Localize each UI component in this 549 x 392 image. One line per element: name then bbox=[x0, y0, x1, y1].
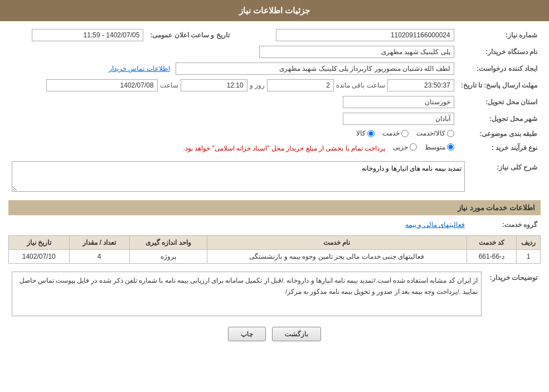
page-wrapper: جزئیات اطلاعات نیاز شماره نیاز: 11020911… bbox=[0, 0, 549, 392]
page-title: جزئیات اطلاعات نیاز bbox=[239, 6, 310, 15]
needNumber-field: 1102091166000024 bbox=[276, 29, 454, 41]
needNumber-value: 1102091166000024 bbox=[241, 27, 458, 43]
responseDeadline-label: مهلت ارسال پاسخ: تا تاریخ: bbox=[458, 77, 541, 94]
responseDeadline-value: 23:50:37 ساعت باقی مانده 2 روز و 12:10 س… bbox=[8, 77, 458, 94]
category-label: طبقه بندی موضوعی: bbox=[458, 127, 541, 141]
print-button[interactable]: چاپ bbox=[228, 327, 266, 341]
main-content: شماره نیاز: 1102091166000024 تاریخ و ساع… bbox=[0, 21, 549, 352]
buyerDesc-text: از ایران کد مشابه استفاده شده است./تمدید… bbox=[12, 272, 482, 316]
needDesc-textarea bbox=[12, 161, 465, 192]
cell-date: 1402/07/10 bbox=[9, 250, 70, 264]
deliveryCity-field: آبادان bbox=[343, 113, 454, 125]
procType-option-2[interactable]: متوسط bbox=[425, 143, 454, 151]
dateAnnounce-field: 1402/07/05 - 11:59 bbox=[32, 29, 143, 41]
buttons-row: بازگشت چاپ bbox=[8, 327, 541, 341]
col-rownum: ردیف bbox=[517, 236, 541, 250]
services-section-header: اطلاعات خدمات مورد نیاز bbox=[8, 200, 541, 215]
days-label: روز و bbox=[250, 81, 265, 89]
cell-quantity: 4 bbox=[69, 250, 129, 264]
response-time-field: 12:10 bbox=[181, 79, 247, 91]
serviceGroup-value: فعالیتهای مالی و بیمه bbox=[8, 219, 468, 231]
dateAnnounce-value: 1402/07/05 - 11:59 bbox=[8, 27, 147, 43]
needNumber-label: شماره نیاز: bbox=[458, 27, 541, 43]
buyerDesc-table: توضیحات خریدار: از ایران کد مشابه استفاد… bbox=[8, 269, 541, 318]
col-service-code: کد خدمت bbox=[467, 236, 516, 250]
services-table: ردیف کد خدمت نام خدمت واحد اندازه گیری ت… bbox=[8, 235, 541, 264]
response-date-field: 1402/07/08 bbox=[46, 79, 158, 91]
contact-info-link[interactable]: اطلاعات تماس خریدار bbox=[109, 65, 170, 72]
requesterOrg-field: پلی کلینیک شهید مطهری bbox=[259, 46, 454, 58]
remaining-label: ساعت باقی مانده bbox=[336, 81, 385, 89]
col-date: تاریخ نیاز bbox=[9, 236, 70, 250]
category-option-2[interactable]: خدمت bbox=[382, 129, 409, 137]
buyerDesc-label: توضیحات خریدار: bbox=[485, 269, 541, 318]
dateAnnounce-label: تاریخ و ساعت اعلان عمومی: bbox=[147, 27, 240, 43]
col-unit: واحد اندازه گیری bbox=[129, 236, 207, 250]
cell-unit: پروژه bbox=[129, 250, 207, 264]
creator-field: لطف الله دشتیان منصوریور کاربرداز پلی کل… bbox=[176, 62, 454, 75]
procType-option-1[interactable]: جزیی bbox=[393, 143, 417, 151]
needDesc-content bbox=[8, 159, 468, 196]
response-remaining-field: 23:50:37 bbox=[387, 79, 454, 91]
procType-label: نوع فرآیند خرید : bbox=[458, 141, 541, 155]
page-header: جزئیات اطلاعات نیاز bbox=[0, 0, 549, 21]
serviceGroup-link[interactable]: فعالیتهای مالی و بیمه bbox=[405, 221, 465, 229]
creator-label: ایجاد کننده درخواست: bbox=[458, 60, 541, 77]
creator-value: لطف الله دشتیان منصوریور کاربرداز پلی کل… bbox=[8, 60, 458, 77]
category-options: کالا/خدمت خدمت کالا bbox=[8, 127, 458, 141]
back-button[interactable]: بازگشت bbox=[272, 327, 321, 341]
category-option-1[interactable]: کالا bbox=[356, 129, 375, 137]
table-row: 1 د-66-661 فعالیتهای جنبی خدمات مالی بجز… bbox=[9, 250, 541, 264]
deliveryCity-value: آبادان bbox=[8, 110, 458, 127]
serviceGroup-label: گروه خدمت: bbox=[468, 219, 541, 231]
cell-service-code: د-66-661 bbox=[467, 250, 516, 264]
deliveryProvince-value: خوزستان bbox=[8, 94, 458, 110]
needDesc-label: شرح کلی نیاز: bbox=[468, 159, 541, 196]
col-service-name: نام خدمت bbox=[207, 236, 467, 250]
requesterOrg-value: پلی کلینیک شهید مطهری bbox=[8, 43, 458, 60]
category-option-3[interactable]: کالا/خدمت bbox=[416, 129, 454, 137]
cell-service-name: فعالیتهای جنبی خدمات مالی بجز تامین وجوه… bbox=[207, 250, 467, 264]
cell-rownum: 1 bbox=[517, 250, 541, 264]
needDesc-table: شرح کلی نیاز: bbox=[8, 159, 541, 196]
response-days-field: 2 bbox=[267, 79, 334, 91]
requesterOrg-label: نام دستگاه خریدار: bbox=[458, 43, 541, 60]
serviceGroup-table: گروه خدمت: فعالیتهای مالی و بیمه bbox=[8, 219, 541, 231]
deliveryCity-label: شهر محل تحویل: bbox=[458, 110, 541, 127]
info-table: شماره نیاز: 1102091166000024 تاریخ و ساع… bbox=[8, 27, 541, 154]
deliveryProvince-label: استان محل تحویل: bbox=[458, 94, 541, 110]
buyerDesc-content: از ایران کد مشابه استفاده شده است./تمدید… bbox=[8, 269, 485, 318]
procType-note: پرداخت تمام یا بخشی از مبلغ خریداز محل "… bbox=[183, 144, 385, 152]
time-label: ساعت bbox=[160, 81, 178, 89]
deliveryProvince-field: خوزستان bbox=[343, 96, 454, 108]
col-quantity: تعداد / مقدار bbox=[69, 236, 129, 250]
procType-options: متوسط جزیی پرداخت تمام یا بخشی از مبلغ خ… bbox=[8, 141, 458, 155]
